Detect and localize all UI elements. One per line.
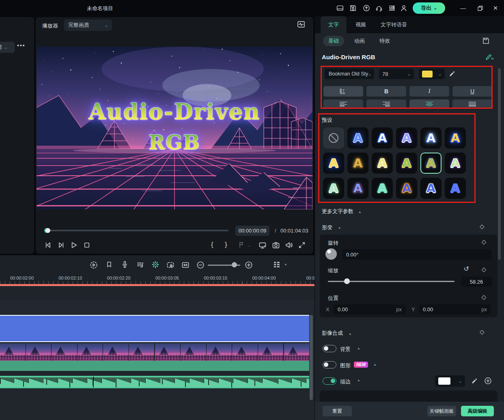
flag-icon[interactable] xyxy=(238,241,245,248)
background-toggle[interactable] xyxy=(323,345,336,352)
chevron-up-icon[interactable]: ▲ xyxy=(373,363,377,366)
mark-out-button[interactable]: } xyxy=(225,241,227,249)
chevron-up-icon[interactable]: ▲ xyxy=(357,347,360,350)
render-preview-icon[interactable] xyxy=(90,261,98,269)
track-manager-icon[interactable] xyxy=(273,261,281,269)
preset-style-16[interactable]: A xyxy=(420,178,442,199)
voiceover-icon[interactable] xyxy=(121,261,129,268)
preview-range-icon[interactable] xyxy=(166,261,174,269)
mark-in-button[interactable]: { xyxy=(211,241,213,249)
chevron-down-icon[interactable]: ▼ xyxy=(284,263,287,267)
publish-icon[interactable] xyxy=(363,4,370,12)
compositing-keyframe-icon[interactable]: ◇ xyxy=(480,328,485,336)
preset-style-2[interactable]: A xyxy=(372,127,393,149)
next-frame-icon[interactable] xyxy=(57,241,65,249)
rotate-input[interactable]: 0.00° xyxy=(342,249,491,260)
render-quality-icon[interactable] xyxy=(297,20,305,28)
preset-style-3[interactable]: A xyxy=(396,127,417,149)
tab-video[interactable]: 视频 xyxy=(355,16,366,33)
compositing-header[interactable]: 影像合成 ▲ xyxy=(322,330,352,337)
preset-style-5[interactable]: A xyxy=(445,127,466,149)
minimize-button[interactable]: — xyxy=(458,3,468,13)
font-family-dropdown[interactable]: Bookman Old Sty ⌄ xyxy=(325,69,374,79)
zoom-out-icon[interactable] xyxy=(196,261,205,269)
subtab-animation[interactable]: 动画 xyxy=(351,36,368,46)
preset-style-11[interactable]: A xyxy=(445,153,466,174)
tab-text[interactable]: 文字 xyxy=(321,16,347,33)
preset-style-10[interactable]: A xyxy=(420,153,442,174)
preset-style-4[interactable]: A xyxy=(420,127,442,149)
vertical-text-button[interactable]: T xyxy=(323,86,363,97)
eyedropper-icon[interactable] xyxy=(449,70,456,77)
chevron-down-icon[interactable]: ▼ xyxy=(357,379,360,383)
seek-handle[interactable] xyxy=(45,228,50,233)
keyframe-panel-button[interactable]: 关键帧面板 xyxy=(427,406,456,416)
preset-style-12[interactable]: A xyxy=(323,178,344,199)
smart-split-icon[interactable] xyxy=(151,261,159,269)
preset-style-1[interactable]: A xyxy=(347,127,368,149)
preset-style-17[interactable]: A xyxy=(445,178,466,199)
support-icon[interactable] xyxy=(375,4,383,12)
transform-keyframe-icon[interactable]: ◇ xyxy=(480,223,485,230)
snapshot-icon[interactable] xyxy=(272,241,280,249)
italic-button[interactable]: I xyxy=(409,86,449,97)
audio-sync-icon[interactable] xyxy=(136,261,144,269)
align-justify-button[interactable] xyxy=(452,99,492,109)
scale-keyframe-icon[interactable]: ◇ xyxy=(481,266,486,273)
font-color-dropdown[interactable]: ⌄ xyxy=(419,69,445,79)
volume-icon[interactable] xyxy=(285,241,293,249)
save-icon[interactable] xyxy=(349,4,357,12)
rotate-keyframe-icon[interactable]: ◇ xyxy=(481,238,486,246)
video-clip[interactable] xyxy=(0,343,309,371)
align-left-button[interactable] xyxy=(323,99,363,109)
position-keyframe-icon[interactable]: ◇ xyxy=(481,293,486,301)
zoom-in-icon[interactable] xyxy=(245,261,253,269)
quality-dropdown[interactable]: 完整画质 ⌄ xyxy=(64,19,112,31)
eyedropper-icon[interactable] xyxy=(471,377,478,384)
scale-value-box[interactable]: 58.26 xyxy=(461,277,492,287)
timeline-scrollbar[interactable] xyxy=(310,315,313,400)
advanced-edit-button[interactable]: 高级编辑 xyxy=(461,406,494,416)
preset-style-9[interactable]: A xyxy=(396,153,417,174)
bold-button[interactable]: B xyxy=(366,86,406,97)
restore-button[interactable] xyxy=(475,3,485,13)
font-size-dropdown[interactable]: 78 ⌄ xyxy=(379,69,414,79)
seek-bar[interactable] xyxy=(45,230,228,231)
align-right-button[interactable] xyxy=(366,99,406,109)
preset-style-6[interactable]: A xyxy=(323,153,344,174)
media-filter-dropdown[interactable]: 部 ⌄ xyxy=(0,42,15,53)
preset-style-8[interactable]: A xyxy=(372,153,393,174)
rotate-knob[interactable] xyxy=(325,248,337,260)
zoom-slider-handle[interactable] xyxy=(232,262,237,267)
play-icon[interactable] xyxy=(70,241,78,249)
subtab-effects[interactable]: 特效 xyxy=(377,36,393,46)
timeline-ruler[interactable]: 00:00:02:0000:00:02:1000:00:02:2000:00:0… xyxy=(0,274,314,284)
underline-button[interactable]: U xyxy=(452,86,492,97)
align-center-button[interactable] xyxy=(409,99,449,109)
pos-y-input[interactable]: 0.00 px xyxy=(419,304,491,314)
shape-toggle[interactable] xyxy=(323,361,336,368)
display-device-icon[interactable] xyxy=(258,241,267,249)
preset-style-15[interactable]: A xyxy=(396,178,417,199)
preset-style-13[interactable]: A xyxy=(347,178,368,199)
preset-none[interactable] xyxy=(323,127,344,149)
preset-style-14[interactable]: A xyxy=(372,178,393,199)
ai-edit-icon[interactable]: AI xyxy=(485,53,494,61)
panel-scrollbar[interactable] xyxy=(498,68,501,260)
marker-icon[interactable] xyxy=(106,261,113,268)
close-button[interactable]: ✕ xyxy=(490,3,501,13)
stop-icon[interactable] xyxy=(83,241,91,249)
preset-style-7[interactable]: A xyxy=(347,153,368,174)
fullscreen-icon[interactable] xyxy=(298,241,306,249)
transform-header[interactable]: 形变 ▼ xyxy=(322,224,341,231)
scale-slider-handle[interactable] xyxy=(344,278,350,284)
audio-clip[interactable] xyxy=(0,376,309,388)
reset-button[interactable]: 重置 xyxy=(323,406,352,416)
reset-scale-icon[interactable]: ↺ xyxy=(464,265,469,273)
add-stroke-icon[interactable] xyxy=(484,377,492,385)
tab-text-to-speech[interactable]: 文字转语音 xyxy=(381,16,407,33)
stroke-color-dropdown[interactable]: ⌄ xyxy=(435,375,465,387)
fit-timeline-icon[interactable] xyxy=(181,261,190,269)
current-time-box[interactable]: 00:00:00:09 xyxy=(235,226,269,236)
text-clip[interactable] xyxy=(0,315,309,342)
